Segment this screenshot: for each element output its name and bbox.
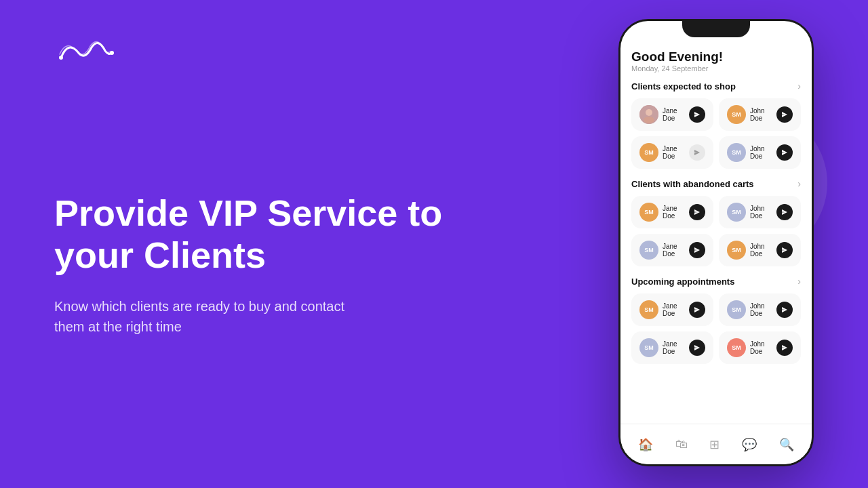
- svg-point-3: [646, 109, 652, 116]
- avatar: SM: [727, 203, 746, 222]
- client-card[interactable]: SMJohn Doe: [719, 98, 801, 131]
- nav-search-icon[interactable]: 🔍: [779, 437, 794, 452]
- avatar: SM: [727, 300, 746, 319]
- send-message-button[interactable]: [776, 144, 793, 161]
- send-message-button[interactable]: [689, 144, 705, 161]
- section-abandoned: Clients with abandoned carts›SMJane Doe …: [631, 178, 801, 266]
- client-name: Jane Doe: [663, 107, 685, 122]
- cards-grid-appointments: SMJane Doe SMJohn Doe SMJane Doe SMJohn …: [631, 293, 801, 364]
- client-name: Jane Doe: [663, 302, 685, 317]
- client-card[interactable]: SMJohn Doe: [719, 293, 801, 326]
- client-card[interactable]: SMJane Doe: [631, 331, 713, 364]
- client-card[interactable]: SMJane Doe: [631, 234, 713, 266]
- client-info: SMJohn Doe: [727, 338, 772, 357]
- section-expected: Clients expected to shop› Jane Doe SMJoh…: [631, 81, 801, 169]
- client-name: John Doe: [750, 107, 772, 122]
- send-message-button[interactable]: [689, 204, 705, 220]
- client-info: SMJohn Doe: [727, 143, 772, 162]
- send-message-button[interactable]: [776, 204, 793, 220]
- client-card[interactable]: SMJohn Doe: [719, 136, 801, 169]
- client-name: John Doe: [750, 205, 772, 220]
- client-card[interactable]: SMJohn Doe: [719, 331, 801, 364]
- subtext: Know which clients are ready to buy and …: [54, 296, 366, 337]
- client-info: SMJane Doe: [639, 143, 685, 162]
- send-message-button[interactable]: [689, 340, 705, 356]
- client-info: SMJohn Doe: [727, 203, 772, 222]
- nav-shop-icon[interactable]: 🛍: [675, 437, 688, 451]
- client-info: SMJane Doe: [639, 338, 685, 357]
- send-message-button[interactable]: [776, 302, 793, 318]
- left-panel: Provide VIP Service to your Clients Know…: [54, 0, 448, 488]
- section-title-appointments: Upcoming appointments: [631, 277, 734, 287]
- send-message-button[interactable]: [689, 106, 705, 123]
- section-chevron-appointments[interactable]: ›: [797, 276, 801, 287]
- client-card[interactable]: SMJane Doe: [631, 196, 713, 228]
- avatar: SM: [639, 143, 658, 162]
- phone-body: Good Evening! Monday, 24 September Clien…: [618, 19, 814, 466]
- client-name: John Doe: [750, 145, 772, 160]
- client-info: SMJane Doe: [639, 241, 685, 260]
- cards-grid-expected: Jane Doe SMJohn Doe SMJane Doe SMJohn Do…: [631, 98, 801, 169]
- client-info: SMJohn Doe: [727, 105, 772, 124]
- client-name: Jane Doe: [663, 243, 685, 258]
- phone-notch: [682, 21, 750, 37]
- client-name: Jane Doe: [663, 205, 685, 220]
- avatar: SM: [639, 338, 658, 357]
- avatar: SM: [727, 143, 746, 162]
- cards-grid-abandoned: SMJane Doe SMJohn Doe SMJane Doe SMJohn …: [631, 196, 801, 266]
- client-card[interactable]: SMJohn Doe: [719, 196, 801, 228]
- client-info: SMJane Doe: [639, 203, 685, 222]
- client-info: SMJohn Doe: [727, 300, 772, 319]
- send-message-button[interactable]: [776, 242, 793, 258]
- send-message-button[interactable]: [689, 242, 705, 258]
- sections-container: Clients expected to shop› Jane Doe SMJoh…: [631, 81, 801, 364]
- client-card[interactable]: SMJane Doe: [631, 136, 713, 169]
- bottom-nav[interactable]: 🏠 🛍 ⊞ 💬 🔍: [620, 424, 812, 464]
- send-message-button[interactable]: [689, 302, 705, 318]
- avatar: SM: [639, 203, 658, 222]
- avatar: SM: [727, 338, 746, 357]
- section-chevron-abandoned[interactable]: ›: [797, 178, 801, 189]
- client-card[interactable]: SMJohn Doe: [719, 234, 801, 266]
- section-title-abandoned: Clients with abandoned carts: [631, 179, 754, 189]
- avatar: SM: [727, 241, 746, 260]
- greeting-section: Good Evening! Monday, 24 September: [631, 49, 801, 73]
- svg-point-4: [644, 117, 654, 123]
- avatar: SM: [727, 105, 746, 124]
- greeting-title: Good Evening!: [631, 49, 801, 64]
- client-info: SMJohn Doe: [727, 241, 772, 260]
- headline: Provide VIP Service to your Clients: [54, 192, 448, 276]
- avatar: [639, 105, 658, 124]
- send-message-button[interactable]: [776, 106, 793, 123]
- client-name: John Doe: [750, 243, 772, 258]
- client-name: John Doe: [750, 302, 772, 317]
- client-card[interactable]: Jane Doe: [631, 98, 713, 131]
- section-title-expected: Clients expected to shop: [631, 81, 736, 92]
- client-info: Jane Doe: [639, 105, 685, 124]
- send-message-button[interactable]: [776, 340, 793, 356]
- phone-content: Good Evening! Monday, 24 September Clien…: [620, 40, 812, 464]
- nav-add-icon[interactable]: ⊞: [709, 437, 719, 452]
- greeting-date: Monday, 24 September: [631, 64, 801, 73]
- nav-chat-icon[interactable]: 💬: [742, 437, 757, 452]
- client-name: Jane Doe: [663, 145, 685, 160]
- client-info: SMJane Doe: [639, 300, 685, 319]
- section-chevron-expected[interactable]: ›: [797, 81, 801, 92]
- section-appointments: Upcoming appointments›SMJane Doe SMJohn …: [631, 276, 801, 364]
- section-header-expected: Clients expected to shop›: [631, 81, 801, 92]
- nav-home-icon[interactable]: 🏠: [638, 437, 653, 452]
- avatar: SM: [639, 241, 658, 260]
- section-header-abandoned: Clients with abandoned carts›: [631, 178, 801, 189]
- phone-mockup: Good Evening! Monday, 24 September Clien…: [618, 19, 814, 466]
- client-card[interactable]: SMJane Doe: [631, 293, 713, 326]
- avatar: SM: [639, 300, 658, 319]
- client-name: Jane Doe: [663, 340, 685, 355]
- section-header-appointments: Upcoming appointments›: [631, 276, 801, 287]
- client-name: John Doe: [750, 340, 772, 355]
